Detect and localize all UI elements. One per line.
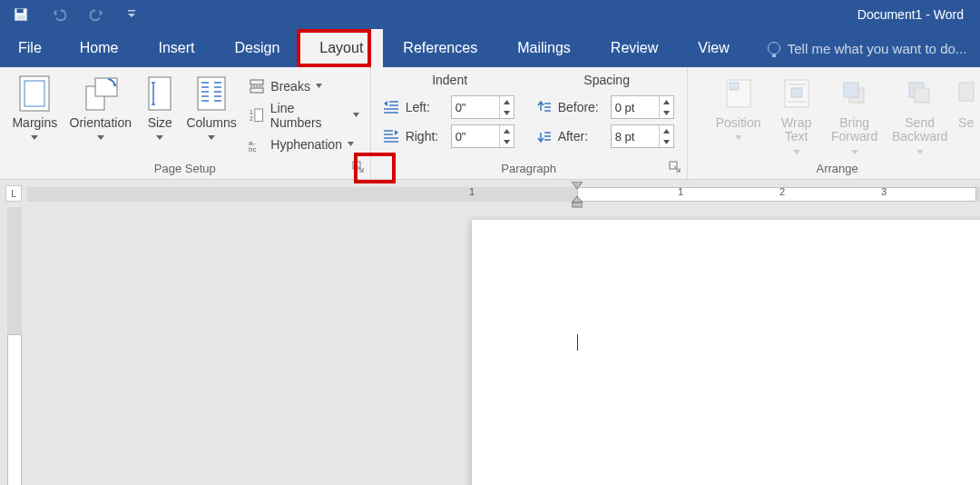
breaks-label: Breaks	[270, 79, 310, 94]
spacing-before-spinner[interactable]	[611, 95, 674, 119]
save-icon[interactable]	[13, 6, 29, 23]
spacing-before-label: Before:	[558, 100, 605, 114]
tab-view[interactable]: View	[678, 29, 749, 67]
ruler-corner-tab-selector[interactable]: L	[5, 185, 22, 202]
hyphenation-label: Hyphenation	[270, 137, 342, 152]
spacing-before-icon	[534, 98, 553, 116]
margins-label: Margins	[12, 116, 57, 130]
chevron-down-icon	[156, 135, 163, 141]
line-numbers-icon: 12	[249, 107, 265, 124]
tab-mailings[interactable]: Mailings	[497, 29, 591, 67]
spacing-after-input[interactable]	[612, 125, 659, 147]
wrap-text-icon	[782, 74, 811, 113]
chevron-down-icon	[793, 150, 800, 155]
page-setup-dialog-launcher[interactable]	[352, 161, 365, 173]
group-arrange: Position Wrap Text Bring Forward Send Ba…	[688, 67, 980, 179]
spin-up-icon[interactable]	[500, 125, 514, 136]
chevron-down-icon	[316, 84, 322, 89]
chevron-down-icon	[353, 113, 359, 118]
document-page[interactable]	[472, 220, 980, 485]
svg-rect-46	[730, 83, 739, 90]
wrap-text-label: Wrap Text	[771, 116, 822, 144]
tab-insert[interactable]: Insert	[138, 29, 214, 67]
group-label-page-setup: Page Setup	[0, 157, 370, 179]
indent-left-icon	[382, 98, 400, 116]
bring-forward-button[interactable]: Bring Forward	[822, 71, 887, 155]
margins-button[interactable]: Margins	[7, 71, 63, 141]
svg-rect-8	[95, 78, 117, 96]
group-label-arrange: Arrange	[688, 157, 980, 179]
columns-label: Columns	[186, 116, 236, 130]
vertical-ruler[interactable]	[7, 207, 24, 485]
tab-file[interactable]: File	[0, 29, 60, 67]
bulb-icon	[768, 42, 780, 54]
position-button[interactable]: Position	[706, 71, 771, 141]
spin-up-icon[interactable]	[500, 96, 514, 107]
tell-me-search[interactable]: Tell me what you want to do...	[768, 29, 967, 67]
spacing-before-input[interactable]	[612, 96, 659, 118]
wrap-text-button[interactable]: Wrap Text	[771, 71, 822, 155]
selection-pane-button[interactable]: Se	[953, 71, 980, 130]
ruler-number: 1	[469, 186, 475, 197]
chevron-down-icon	[208, 135, 215, 141]
qat-customize-icon[interactable]	[127, 6, 136, 23]
svg-rect-48	[791, 88, 802, 97]
indent-right-input[interactable]	[452, 125, 499, 147]
indent-right-spinner[interactable]	[451, 124, 514, 148]
breaks-button[interactable]: Breaks	[245, 74, 362, 98]
tab-layout[interactable]: Layout	[299, 29, 383, 67]
spin-down-icon[interactable]	[660, 136, 673, 147]
indent-left-label: Left:	[406, 100, 446, 114]
spin-down-icon[interactable]	[500, 107, 514, 118]
undo-icon[interactable]	[51, 6, 67, 23]
quick-access-toolbar	[13, 6, 136, 23]
line-numbers-label: Line Numbers	[270, 101, 348, 130]
indent-header: Indent	[382, 71, 518, 91]
tab-design[interactable]: Design	[214, 29, 299, 67]
send-backward-icon	[906, 74, 935, 113]
tab-references[interactable]: References	[383, 29, 497, 67]
redo-icon[interactable]	[89, 6, 105, 23]
spin-up-icon[interactable]	[660, 125, 673, 136]
send-backward-label: Send Backward	[887, 116, 953, 144]
spacing-header: Spacing	[534, 71, 680, 91]
svg-rect-52	[844, 83, 858, 97]
spacing-after-spinner[interactable]	[611, 124, 674, 148]
chevron-down-icon	[735, 135, 742, 141]
indent-right-label: Right:	[406, 129, 446, 144]
tab-home[interactable]: Home	[60, 29, 139, 67]
tell-me-placeholder: Tell me what you want to do...	[788, 41, 967, 56]
svg-rect-54	[915, 88, 929, 103]
group-label-paragraph: Paragraph	[371, 157, 687, 179]
hanging-indent-marker[interactable]	[572, 196, 583, 209]
chevron-down-icon	[851, 150, 858, 155]
horizontal-ruler[interactable]: 1 1 2 3	[27, 183, 980, 203]
spacing-column: Spacing Before: After:	[534, 71, 680, 149]
spin-down-icon[interactable]	[660, 107, 673, 118]
indent-left-spinner[interactable]	[451, 95, 514, 119]
columns-icon	[196, 74, 227, 113]
indent-left-input[interactable]	[452, 96, 499, 118]
svg-rect-4	[128, 10, 135, 12]
hyphenation-icon: a-bc	[249, 136, 265, 153]
bring-forward-label: Bring Forward	[822, 116, 887, 144]
hyphenation-button[interactable]: a-bc Hyphenation	[245, 133, 362, 156]
size-button[interactable]: Size	[139, 71, 181, 141]
page-setup-group-text: Page Setup	[154, 162, 216, 175]
paragraph-dialog-launcher[interactable]	[669, 161, 681, 173]
selection-pane-label: Se	[958, 116, 974, 130]
first-line-indent-marker[interactable]	[572, 182, 583, 191]
chevron-down-icon	[348, 142, 354, 147]
send-backward-button[interactable]: Send Backward	[887, 71, 953, 155]
svg-rect-22	[250, 88, 263, 93]
spin-up-icon[interactable]	[660, 96, 673, 107]
orientation-button[interactable]: Orientation	[63, 71, 139, 141]
line-numbers-button[interactable]: 12 Line Numbers	[245, 104, 362, 127]
bring-forward-icon	[840, 74, 869, 113]
columns-button[interactable]: Columns	[181, 71, 242, 141]
spin-down-icon[interactable]	[500, 136, 514, 147]
tab-review[interactable]: Review	[591, 29, 678, 67]
svg-text:bc: bc	[249, 145, 256, 153]
svg-rect-56	[572, 203, 583, 207]
svg-text:2: 2	[250, 115, 253, 122]
